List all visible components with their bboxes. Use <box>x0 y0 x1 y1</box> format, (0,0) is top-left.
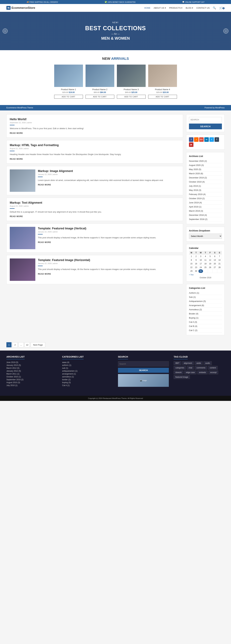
tag-edge-case[interactable]: edge case <box>184 370 196 374</box>
cal-header-m: M <box>189 251 194 255</box>
calendar-nav: « Sep <box>189 274 222 276</box>
cal-header-t1: T <box>194 251 198 255</box>
hero-section: ‹ NEW! BEST COLLECTIONS — for — MEN & WO… <box>0 12 231 50</box>
social-twitter-icon[interactable]: t <box>210 137 214 142</box>
archives-dropdown-select[interactable]: Select Month October 2019 October 2019 <box>189 234 222 239</box>
tag-aside[interactable]: aside <box>195 361 203 365</box>
post-meta-1: September 22, 2020 | admin <box>10 122 180 124</box>
post-card-2: Markup: HTML Tags and Formatting August … <box>6 140 183 164</box>
list-item: May 2019 (3) <box>189 188 222 192</box>
footer-image: 📷 Image <box>118 374 169 387</box>
tag-dowork[interactable]: dowork <box>174 370 183 374</box>
tag-chat[interactable]: chat <box>187 366 194 370</box>
list-item: September 2010 (2) <box>6 378 58 381</box>
post-title-2: Markup: HTML Tags and Formatting <box>10 144 180 147</box>
read-more-3[interactable]: READ MORE <box>38 184 51 186</box>
read-more-2[interactable]: READ MORE <box>10 158 23 160</box>
post-content-5: Template: Featured Image (Vertical) Janu… <box>38 227 180 249</box>
hero-next-arrow[interactable]: › <box>223 28 228 34</box>
tag-content[interactable]: content <box>208 366 218 370</box>
list-item: March 2019 (3) <box>189 209 222 213</box>
product-card-2: Product Name 2 $85.00 $84.00 ADD TO CART <box>86 64 114 98</box>
next-page-link[interactable]: Next Page <box>31 342 45 347</box>
nav-home[interactable]: HOME <box>144 7 150 9</box>
nav-contact[interactable]: CONTACT US <box>196 7 210 9</box>
read-more-5[interactable]: READ MORE <box>38 241 51 244</box>
tag-embeds[interactable]: embeds <box>197 370 208 374</box>
page-1-link[interactable]: 1 <box>6 342 12 347</box>
nav-products[interactable]: PRODUCTS ▾ <box>169 7 182 9</box>
read-more-6[interactable]: READ MORE <box>38 273 51 275</box>
read-more-4[interactable]: READ MORE <box>10 215 23 218</box>
social-tumblr-icon[interactable]: T <box>214 137 219 142</box>
check-icon: ✅ <box>105 1 107 3</box>
tag-featured-image[interactable]: featured image <box>174 375 190 379</box>
nav-about[interactable]: ABOUT US ▾ <box>154 7 166 9</box>
footer-bottom: Copyright (c) 2024 Restaurant WordPress … <box>0 396 231 401</box>
post-content-6: Template: Featured Image (Horizontal) Ja… <box>38 258 180 281</box>
table-row: 15161718192021 <box>189 262 222 266</box>
social-rss-icon[interactable]: ⚡ <box>194 137 198 142</box>
footer-categories-title: CATEGORIES LIST <box>62 355 84 359</box>
footer-search-widget: SEARCH SEARCH 📷 Image <box>118 355 169 387</box>
main-content: Hello World! September 22, 2020 | admin … <box>0 110 231 339</box>
tag-excerpt[interactable]: excerpt <box>208 370 218 374</box>
theme-bar: Ecommerce WordPress Theme Powered by Wor… <box>0 105 231 110</box>
site-header: 🛍 EcommerceStore HOME ABOUT US ▾ PRODUCT… <box>0 4 231 12</box>
tag-categories[interactable]: categories <box>174 366 186 370</box>
post-content-3: Markup: Image Alignment January 22, 2020… <box>38 170 180 192</box>
list-item: sub (1) <box>62 367 113 369</box>
list-item: August 2020 (3) <box>189 163 222 167</box>
product-name-1: Product Name 1 <box>54 88 83 91</box>
list-item: Cat A (3) <box>189 320 222 324</box>
product-image-4 <box>148 64 177 87</box>
cart-icon[interactable]: 🛒0 <box>219 6 224 10</box>
tag-audio[interactable]: audio <box>204 361 212 365</box>
footer-search-button[interactable]: SEARCH <box>118 368 169 373</box>
add-to-cart-button-4[interactable]: ADD TO CART <box>148 95 177 98</box>
post-excerpt-6: This post should display a featured imag… <box>38 268 180 271</box>
social-youtube-icon[interactable]: ▶ <box>189 142 194 147</box>
archives-dropdown: Select Month October 2019 October 2019 <box>189 234 222 239</box>
hero-prev-arrow[interactable]: ‹ <box>2 28 8 34</box>
footer-tagcloud-widget: TAG CLOUD 8BIT alignment aside audio cat… <box>174 355 224 387</box>
add-to-cart-button-3[interactable]: ADD TO CART <box>117 95 146 98</box>
read-more-1[interactable]: READ MORE <box>10 132 23 134</box>
post-divider-3 <box>38 176 43 177</box>
nav-blog[interactable]: BLOG ▾ <box>186 7 193 9</box>
tag-alignment[interactable]: alignment <box>182 361 194 365</box>
page-2-link[interactable]: 2 <box>12 342 18 347</box>
footer-search-input[interactable] <box>118 361 169 366</box>
sidebar-search-button[interactable]: SEARCH <box>189 124 222 129</box>
sidebar-search-input[interactable] <box>189 117 222 122</box>
list-item: Sub (1) <box>189 295 222 299</box>
cart-badge: 0 <box>222 7 224 9</box>
tag-comments[interactable]: comments <box>195 366 207 370</box>
footer-tagcloud-title: TAG CLOUD <box>174 355 188 359</box>
calendar-prev-link[interactable]: « Sep <box>189 274 194 276</box>
list-item: Antiquarianism (5) <box>189 299 222 304</box>
post-card-6: Template: Featured Image (Horizontal) Ja… <box>6 255 183 284</box>
hero-badge: NEW! <box>112 22 118 24</box>
product-price-3: $85.00 $25.00 <box>117 91 146 94</box>
post-excerpt-1: Welcome to WordPress. This is your first… <box>10 127 180 130</box>
tag-cloud: 8BIT alignment aside audio categories ch… <box>174 361 224 379</box>
list-item: Cat B (4) <box>189 324 222 328</box>
search-icon[interactable]: 🔍 <box>213 6 216 10</box>
new-arrivals-section: NEW ARRIVALS Product Name 1 $25.00 $19.0… <box>0 50 231 105</box>
post-card-4: Markup: Text Alignment August 22, 2020 |… <box>6 198 183 221</box>
tag-8bit[interactable]: 8BIT <box>174 361 181 365</box>
social-google-icon[interactable]: G+ <box>199 137 204 142</box>
post-meta-2: August 22, 2020 | admin <box>10 148 180 150</box>
table-row: 22232425262728 <box>189 266 222 269</box>
footer-categories-list: aaaa (4) aciform (1) sub (1) antiquarian… <box>62 361 113 386</box>
social-linkedin-icon[interactable]: in <box>204 137 209 142</box>
social-facebook-icon[interactable]: f <box>189 137 194 142</box>
add-to-cart-button-2[interactable]: ADD TO CART <box>86 95 114 98</box>
topbar-item-support: 💬 ONLINE SUPPORT 24/7 <box>182 1 204 3</box>
page-12-link[interactable]: 12 <box>24 342 30 347</box>
post-title-4: Markup: Text Alignment <box>10 201 180 204</box>
footer-categories-widget: CATEGORIES LIST aaaa (4) aciform (1) sub… <box>62 355 113 387</box>
add-to-cart-button-1[interactable]: ADD TO CART <box>54 95 83 98</box>
post-card-5: Template: Featured Image (Vertical) Janu… <box>6 224 183 252</box>
